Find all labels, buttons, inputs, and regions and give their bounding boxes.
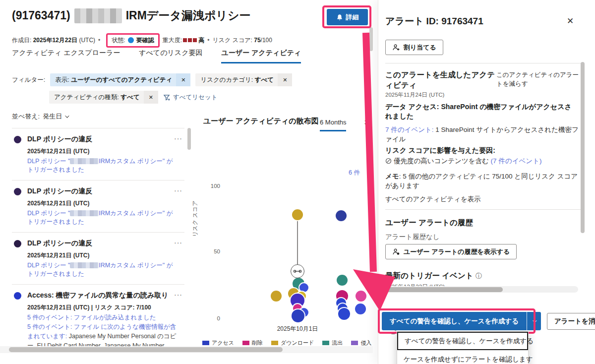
scatter-point[interactable] [336, 210, 347, 221]
purview-alert-screen: (91763471) IRMデータ漏洩ポリシー 詳細 作成日: 2025年12月… [0, 0, 595, 364]
more-actions-icon[interactable]: ··· [174, 134, 182, 142]
category-dot-icon [14, 136, 21, 143]
main-vertical-scrollbar[interactable] [369, 27, 373, 51]
assign-button[interactable]: 割り当てる [385, 40, 443, 55]
tab-all-risk-factors[interactable]: すべてのリスク要因 [139, 49, 202, 63]
show-all-activity-link[interactable]: すべてのアクティビティを表示 [385, 194, 481, 204]
list-item-dlp-1[interactable]: DLP ポリシーの違反 ··· 2025年12月21日 (UTC) DLP ポリ… [12, 128, 184, 180]
more-actions-icon[interactable]: ··· [174, 186, 182, 194]
y-axis-tick-50: 50 [203, 248, 220, 254]
separator: • [207, 37, 209, 44]
filter-chip-view[interactable]: 表示: ユーザーのすべてのアクティビティ ✕ [50, 73, 190, 86]
scatter-point[interactable] [337, 275, 348, 286]
chip-close-icon[interactable]: ✕ [144, 91, 158, 104]
list-vertical-scrollbar[interactable] [187, 128, 191, 150]
alert-meta-row: 作成日: 2025年12月22日 (UTC) • 状態: 要確認 重大度: 高 … [12, 33, 272, 48]
scatter-point[interactable] [355, 303, 366, 314]
activity-title: Access: 機密ファイルの異常な量の読み取り [27, 291, 169, 300]
scatter-point[interactable] [292, 309, 304, 322]
memo-label: メモ [385, 173, 399, 180]
scatter-chart-title: ユーザー アクティビティの散布図 [203, 117, 319, 126]
menu-item-confirm-create-case[interactable]: すべての警告を確認し、ケースを作成する [397, 332, 528, 350]
info-icon[interactable]: ⓘ [476, 272, 482, 280]
activity-detail-link[interactable]: DLP ポリシー "IRMカスタム ポリシー" がトリガーされました [27, 209, 178, 226]
status-dot-icon [128, 37, 134, 43]
activity-description: データ アクセス: SharePoint の機密ファイルがアクセスされました [385, 102, 578, 121]
scatter-group-handle[interactable] [291, 264, 304, 278]
alert-title-suffix: IRMデータ漏洩ポリシー [126, 8, 251, 23]
severity-blocks-icon [182, 37, 197, 44]
tab-user-activity[interactable]: ユーザー アクティビティ [221, 49, 301, 63]
expand-range-icon [293, 269, 302, 273]
legend-item: アクセス [202, 339, 234, 347]
confirm-create-case-button[interactable]: すべての警告を確認し、ケースを作成する [382, 312, 527, 330]
chart-range-tab-6months[interactable]: 6 Months [320, 119, 346, 131]
more-actions-icon[interactable]: ··· [174, 239, 182, 246]
chip-value: ユーザーのすべてのアクティビティ [71, 76, 172, 83]
activity-list: DLP ポリシーの違反 ··· 2025年12月21日 (UTC) DLP ポリ… [12, 128, 184, 346]
dismiss-alert-button[interactable]: アラートを消去 [547, 313, 595, 330]
scrollbar-thumb[interactable] [9, 347, 283, 352]
category-dot-icon [14, 240, 21, 247]
scatter-point[interactable] [338, 308, 350, 320]
sort-control[interactable]: 並べ替え: 発生日 [12, 112, 68, 121]
severity-value: 高 [198, 36, 204, 45]
main-horizontal-scrollbar[interactable] [0, 346, 373, 353]
alert-id-prefix: (91763471) [12, 9, 70, 22]
list-item-access[interactable]: Access: 機密ファイルの異常な量の読み取り ··· 2025年12月21日… [12, 284, 184, 346]
chip-close-icon[interactable]: ✕ [176, 73, 190, 86]
panel-horizontal-scrollbar[interactable] [380, 286, 578, 293]
page-title: (91763471) IRMデータ漏洩ポリシー [12, 8, 251, 23]
tab-activity-explorer[interactable]: アクティビティ エクスプローラー [12, 49, 120, 63]
details-button-label: 詳細 [346, 13, 359, 22]
reset-all-filters-link[interactable]: すべてリセット [163, 93, 218, 102]
scatter-point[interactable] [292, 209, 303, 220]
dismiss-alert-label: アラートを消去 [554, 317, 595, 326]
panel-vertical-scrollbar[interactable] [581, 62, 585, 233]
legend-swatch-icon [202, 341, 209, 345]
scatter-point[interactable] [299, 283, 308, 292]
x-axis-label: 2025年10月1日 [268, 325, 327, 333]
alert-detail-main: (91763471) IRMデータ漏洩ポリシー 詳細 作成日: 2025年12月… [0, 0, 373, 364]
factor-events-link[interactable]: (7 件のイベント) [491, 157, 542, 165]
risk-factors-heading: リスク スコアに影響を与えた要因: [385, 146, 495, 155]
divider [385, 63, 583, 63]
details-button[interactable]: 詳細 [327, 9, 368, 25]
events-count-link[interactable]: 7 件のイベント: [385, 126, 434, 133]
activity-date: 2025年12月21日 (UTC) [27, 199, 178, 208]
activity-detail-link[interactable]: DLP ポリシー "IRMカスタム ポリシー" がトリガーされました [27, 261, 178, 278]
scrollbar-thumb[interactable] [380, 287, 503, 292]
activity-title: DLP ポリシーの違反 [27, 239, 92, 248]
status-label: 状態: [112, 36, 125, 45]
splitbutton-chevron[interactable] [527, 312, 541, 330]
history-heading: ユーザー アラートの履歴 [385, 217, 473, 228]
activity-date: 2025年12月21日 (UTC) [27, 147, 178, 156]
chart-range-tab-partial[interactable]: 3 [364, 119, 368, 126]
chip-close-icon[interactable]: ✕ [278, 73, 292, 86]
menu-item-confirm-without-case[interactable]: ケースを作成せずにアラートを確認します [397, 350, 528, 364]
redacted-policy-fragment [70, 262, 99, 268]
legend-swatch-icon [271, 341, 278, 345]
created-label: 作成日: [12, 36, 31, 45]
list-item-dlp-3[interactable]: DLP ポリシーの違反 ··· 2025年12月21日 (UTC) DLP ポリ… [12, 232, 184, 284]
activity-detail-link[interactable]: DLP ポリシー "IRMカスタム ポリシー" がトリガーされました [27, 157, 178, 174]
more-actions-icon[interactable]: ··· [174, 291, 182, 299]
factor-text: 優先度の高いコンテンツを含む [394, 157, 491, 165]
filter-chip-risk-category[interactable]: リスクのカテゴリ: すべて ✕ [195, 73, 292, 86]
close-icon[interactable]: ✕ [567, 16, 574, 26]
action-dropdown-menu: すべての警告を確認し、ケースを作成する ケースを作成せずにアラートを確認します [397, 331, 529, 364]
risk-score-denominator: /100 [261, 37, 272, 44]
chart-events-count-link[interactable]: 6 件 [349, 169, 360, 177]
filter-bar: フィルター: 表示: ユーザーのすべてのアクティビティ ✕ リスクのカテゴリ: … [12, 73, 359, 108]
scatter-point[interactable] [271, 291, 282, 302]
legend-item: 侵入 [351, 339, 371, 347]
scatter-point[interactable] [356, 291, 366, 302]
list-item-dlp-2[interactable]: DLP ポリシーの違反 ··· 2025年12月21日 (UTC) DLP ポリ… [12, 180, 184, 232]
filter-chip-activity-type[interactable]: アクティビティの種類: すべて ✕ [49, 91, 158, 104]
created-tz: (UTC) [79, 37, 95, 44]
legend-item: 流出 [322, 339, 343, 347]
activity-detail-link[interactable]: 5 件のイベント: ファイルが読み込まれました [27, 313, 178, 322]
status-value: 要確認 [136, 36, 154, 45]
show-alert-history-button[interactable]: ユーザー アラートの履歴を表示する [385, 244, 517, 259]
reduce-alerts-link[interactable]: このアクティビティのアラートを減らす [496, 70, 580, 88]
